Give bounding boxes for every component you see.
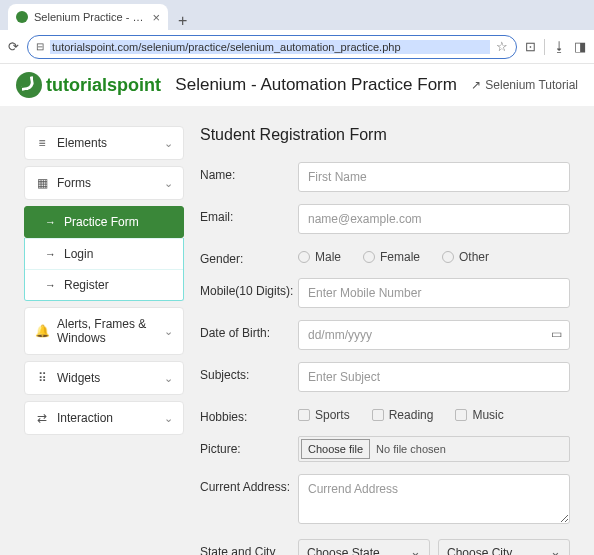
sidebar-label: Widgets xyxy=(57,371,100,385)
hobby-sports-checkbox[interactable]: Sports xyxy=(298,408,350,422)
gender-male-radio[interactable]: Male xyxy=(298,250,341,264)
external-link-icon: ↗ xyxy=(471,78,481,92)
logo[interactable]: tutorialspoint xyxy=(16,72,161,98)
logo-icon xyxy=(16,72,42,98)
url-text: tutorialspoint.com/selenium/practice/sel… xyxy=(50,40,490,54)
label-mobile: Mobile(10 Digits): xyxy=(200,278,298,298)
gender-female-radio[interactable]: Female xyxy=(363,250,420,264)
page-header: tutorialspoint Selenium - Automation Pra… xyxy=(0,64,594,106)
bookmark-star-icon[interactable]: ☆ xyxy=(496,39,508,54)
label-gender: Gender: xyxy=(200,246,298,266)
chevron-down-icon: ⌄ xyxy=(164,325,173,338)
label-hobbies: Hobbies: xyxy=(200,404,298,424)
widgets-icon: ⠿ xyxy=(35,371,49,385)
toolbar-divider xyxy=(544,39,545,55)
hobby-reading-checkbox[interactable]: Reading xyxy=(372,408,434,422)
label-picture: Picture: xyxy=(200,436,298,456)
file-status-text: No file chosen xyxy=(372,443,446,455)
dob-input[interactable] xyxy=(298,320,570,350)
extensions-icon[interactable]: ⊡ xyxy=(525,39,536,54)
bell-icon: 🔔 xyxy=(35,324,49,338)
checkbox-icon xyxy=(372,409,384,421)
city-select[interactable]: Choose City xyxy=(438,539,570,555)
label-subjects: Subjects: xyxy=(200,362,298,382)
sidebar-label: Forms xyxy=(57,176,91,190)
gender-other-radio[interactable]: Other xyxy=(442,250,489,264)
interaction-icon: ⇄ xyxy=(35,411,49,425)
panel-icon[interactable]: ◨ xyxy=(574,39,586,54)
sidebar-item-forms[interactable]: ▦ Forms ⌄ xyxy=(24,166,184,200)
form-title: Student Registration Form xyxy=(200,126,570,144)
arrow-right-icon: → xyxy=(45,279,56,291)
address-textarea[interactable] xyxy=(298,474,570,524)
hobby-music-checkbox[interactable]: Music xyxy=(455,408,503,422)
chevron-down-icon: ⌄ xyxy=(164,177,173,190)
registration-form: Student Registration Form Name: Email: G… xyxy=(200,126,570,555)
label-state-city: State and City xyxy=(200,539,298,555)
browser-tab-strip: Selenium Practice - Student F × + xyxy=(0,0,594,30)
sidebar-item-widgets[interactable]: ⠿ Widgets ⌄ xyxy=(24,361,184,395)
browser-tab[interactable]: Selenium Practice - Student F × xyxy=(8,4,168,30)
subjects-input[interactable] xyxy=(298,362,570,392)
sidebar-sub-practice-form[interactable]: → Practice Form xyxy=(24,206,184,238)
sidebar-item-alerts[interactable]: 🔔 Alerts, Frames & Windows ⌄ xyxy=(24,307,184,355)
sidebar-sub-register[interactable]: → Register xyxy=(25,269,183,300)
sidebar-label: Interaction xyxy=(57,411,113,425)
favicon-icon xyxy=(16,11,28,23)
label-dob: Date of Birth: xyxy=(200,320,298,340)
arrow-right-icon: → xyxy=(45,248,56,260)
checkbox-icon xyxy=(455,409,467,421)
radio-icon xyxy=(298,251,310,263)
label-email: Email: xyxy=(200,204,298,224)
download-icon[interactable]: ⭳ xyxy=(553,39,566,54)
label-name: Name: xyxy=(200,162,298,182)
state-select[interactable]: Choose State xyxy=(298,539,430,555)
sidebar-sub-login[interactable]: → Login xyxy=(25,238,183,269)
address-bar[interactable]: ⊟ tutorialspoint.com/selenium/practice/s… xyxy=(27,35,517,59)
close-tab-icon[interactable]: × xyxy=(152,10,160,25)
sidebar-label: Elements xyxy=(57,136,107,150)
radio-icon xyxy=(442,251,454,263)
form-icon: ▦ xyxy=(35,176,49,190)
chevron-down-icon: ⌄ xyxy=(164,137,173,150)
chevron-down-icon: ⌄ xyxy=(164,372,173,385)
new-tab-button[interactable]: + xyxy=(168,12,197,30)
browser-toolbar: ⟳ ⊟ tutorialspoint.com/selenium/practice… xyxy=(0,30,594,64)
chevron-down-icon: ⌄ xyxy=(164,412,173,425)
tab-title: Selenium Practice - Student F xyxy=(34,11,146,23)
tutorial-link[interactable]: ↗ Selenium Tutorial xyxy=(471,78,578,92)
site-info-icon[interactable]: ⊟ xyxy=(36,41,44,52)
list-icon: ≡ xyxy=(35,136,49,150)
email-input[interactable] xyxy=(298,204,570,234)
logo-text: tutorialspoint xyxy=(46,75,161,96)
reload-icon[interactable]: ⟳ xyxy=(8,39,19,54)
label-address: Current Address: xyxy=(200,474,298,494)
calendar-icon[interactable]: ▭ xyxy=(551,327,562,341)
page-title: Selenium - Automation Practice Form xyxy=(173,75,459,95)
sidebar-item-elements[interactable]: ≡ Elements ⌄ xyxy=(24,126,184,160)
radio-icon xyxy=(363,251,375,263)
picture-file-input[interactable]: Choose file No file chosen xyxy=(298,436,570,462)
checkbox-icon xyxy=(298,409,310,421)
sidebar-item-interaction[interactable]: ⇄ Interaction ⌄ xyxy=(24,401,184,435)
choose-file-button[interactable]: Choose file xyxy=(301,439,370,459)
mobile-input[interactable] xyxy=(298,278,570,308)
name-input[interactable] xyxy=(298,162,570,192)
sidebar-label: Alerts, Frames & Windows xyxy=(57,317,173,345)
sidebar: ≡ Elements ⌄ ▦ Forms ⌄ → Practice Form →… xyxy=(24,126,184,555)
arrow-right-icon: → xyxy=(45,216,56,228)
